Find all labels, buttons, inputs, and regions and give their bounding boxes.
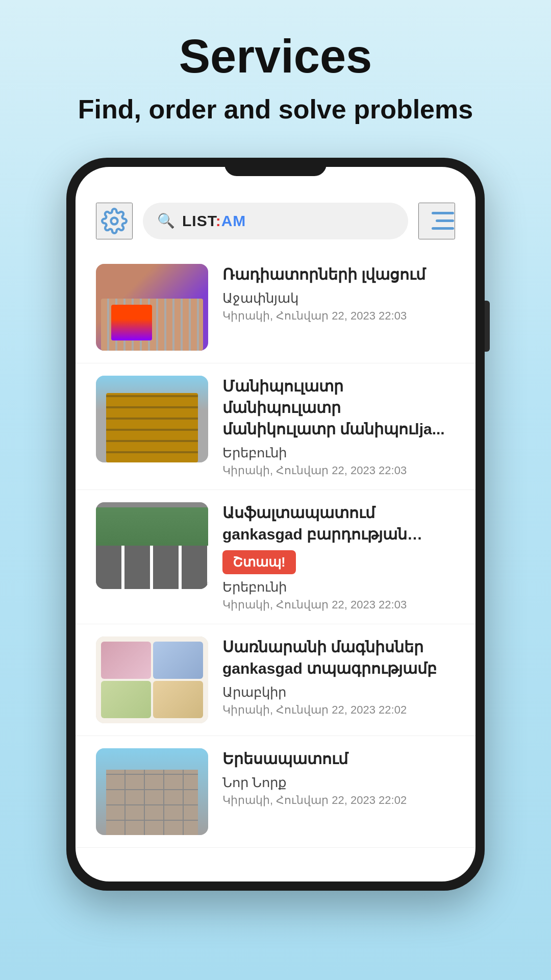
listing-location: Աջափնյակ [222, 290, 455, 306]
listing-thumbnail [96, 376, 208, 462]
building-image [96, 748, 208, 835]
listing-item[interactable]: Մանիպուլատր մանիպուլատր մանիկուլատր մանի… [76, 363, 475, 490]
listing-title: Երեսապատում [222, 748, 455, 770]
listing-title: Ասֆալտապատում gankasgad բարդության ażhia… [222, 502, 455, 545]
listing-thumbnail [96, 502, 208, 589]
listing-item[interactable]: Սառնարանի մագնիսներ gankasgad տպագրությա… [76, 624, 475, 736]
svg-point-0 [111, 217, 118, 224]
listing-title: Մանիպուլատր մանիպուլատր մանիկուլատր մանի… [222, 376, 455, 440]
listing-thumbnail [96, 264, 208, 351]
menu-line-1 [432, 212, 454, 214]
listing-date: Կիրակի, Հունվար 22, 2023 22:02 [222, 794, 455, 807]
menu-line-2 [436, 219, 454, 222]
listing-item[interactable]: Ռադիատորների լվացում Աջափնյակ Կիրակի, Հո… [76, 252, 475, 363]
listing-location: Նոր Նորք [222, 775, 455, 791]
listing-title: Ռադիատորների լվացում [222, 264, 455, 285]
listing-thumbnail [96, 748, 208, 835]
search-bar[interactable]: 🔍 LIST:AM [143, 203, 408, 239]
listing-info: Ասֆալտապատում gankasgad բարդության ażhia… [222, 502, 455, 611]
hamburger-menu-button[interactable] [418, 203, 455, 239]
listing-item[interactable]: Երեսապատում Նոր Նորք Կիրակի, Հունվար 22,… [76, 736, 475, 848]
listing-date: Կիրակի, Հունվար 22, 2023 22:03 [222, 464, 455, 477]
radiators-image [96, 264, 208, 351]
page-title: Services [179, 31, 372, 82]
photos-image [96, 636, 208, 723]
menu-line-3 [432, 227, 454, 230]
manipulator-image [96, 376, 208, 462]
listing-info: Մանիպուլատր մանիպուլատր մանիկուլատր մանի… [222, 376, 455, 477]
listing-location: Արաբկիր [222, 684, 455, 700]
header-bar: 🔍 LIST:AM [76, 192, 475, 252]
listing-item[interactable]: Ասֆալտապատում gankasgad բարդության ażhia… [76, 490, 475, 624]
phone-mockup: 🔍 LIST:AM Ռադիատորների լվացում [66, 158, 485, 891]
settings-button[interactable] [96, 203, 133, 239]
listing-info: Երեսապատում Նոր Նորք Կիրակի, Հունվար 22,… [222, 748, 455, 807]
page-subtitle: Find, order and solve problems [47, 92, 504, 127]
listing-date: Կիրակի, Հունվար 22, 2023 22:03 [222, 309, 455, 323]
app-logo: LIST:AM [182, 212, 246, 230]
gear-icon [101, 208, 128, 234]
phone-notch [224, 158, 327, 176]
listing-location: Երեբունի [222, 579, 455, 595]
listing-title: Սառնարանի մագնիսներ gankasgad տպագրությա… [222, 636, 455, 679]
urgent-badge: Շտապ! [222, 550, 296, 574]
listing-info: Սառնարանի մագնիսներ gankasgad տպագրությա… [222, 636, 455, 717]
search-icon: 🔍 [157, 212, 175, 229]
listing-info: Ռադիատորների լվացում Աջափնյակ Կիրակի, Հո… [222, 264, 455, 323]
listing-location: Երեբունի [222, 445, 455, 461]
listing-date: Կիրակի, Հունվար 22, 2023 22:03 [222, 598, 455, 611]
listing-thumbnail [96, 636, 208, 723]
app-content: 🔍 LIST:AM Ռադիատորների լվացում [76, 167, 475, 881]
asphalt-image [96, 502, 208, 589]
listing-date: Կիրակի, Հունվար 22, 2023 22:02 [222, 703, 455, 717]
phone-screen: 🔍 LIST:AM Ռադիատորների լվացում [76, 167, 475, 881]
